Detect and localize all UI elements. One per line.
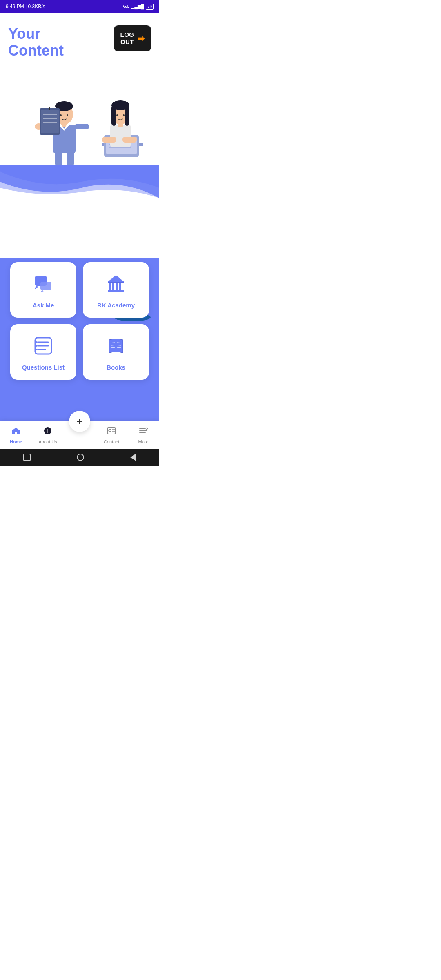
svg-rect-61 [116, 283, 118, 291]
svg-rect-59 [109, 283, 111, 291]
android-back-button[interactable] [130, 454, 136, 461]
home-icon [11, 426, 20, 438]
book-icon [106, 336, 126, 359]
chat-icon [33, 274, 53, 297]
ask-me-card[interactable]: Ask Me [10, 262, 76, 318]
nav-about-us-label: About Us [38, 439, 57, 444]
network-indicator: VoLTE [123, 3, 129, 10]
svg-point-32 [116, 114, 118, 116]
logout-icon: ➡ [138, 33, 145, 43]
books-card[interactable]: Books [83, 324, 149, 380]
svg-text:VoLTE: VoLTE [123, 4, 129, 9]
main-content: Your Content LOGOUT ➡ [0, 13, 159, 258]
status-time: 9:49 PM | 0.3KB/s [6, 4, 45, 9]
fab-container: + [69, 411, 90, 432]
books-label: Books [107, 364, 125, 371]
svg-rect-31 [125, 105, 129, 126]
svg-line-74 [111, 345, 115, 345]
svg-rect-25 [110, 125, 131, 147]
svg-point-70 [36, 345, 38, 347]
android-nav-bar [0, 449, 159, 466]
svg-point-6 [60, 114, 62, 116]
svg-point-69 [36, 341, 38, 343]
android-home-button[interactable] [23, 454, 31, 461]
wave-divider [0, 165, 159, 198]
nav-about-us[interactable]: i About Us [32, 426, 64, 444]
svg-line-75 [111, 347, 115, 348]
purple-section: Ask Me RK Academy [0, 258, 159, 421]
svg-line-73 [111, 343, 115, 343]
page-title: Your Content [8, 25, 64, 59]
svg-rect-30 [111, 105, 116, 126]
logout-button[interactable]: LOGOUT ➡ [114, 25, 151, 51]
info-icon: i [43, 426, 52, 438]
questions-list-card[interactable]: Questions List [10, 324, 76, 380]
svg-point-71 [36, 349, 38, 350]
svg-point-33 [123, 114, 125, 116]
fab-button[interactable]: + [69, 411, 90, 432]
questions-list-label: Questions List [22, 364, 65, 371]
status-bar: 9:49 PM | 0.3KB/s VoLTE ▂▄▆█ 79 [0, 0, 159, 13]
nav-home-label: Home [10, 439, 22, 444]
signal-bars: ▂▄▆█ [131, 4, 144, 9]
nav-more-label: More [138, 439, 148, 444]
list-icon [33, 336, 53, 359]
fab-icon: + [76, 415, 83, 428]
svg-text:i: i [47, 428, 48, 434]
logout-label: LOGOUT [120, 31, 134, 46]
svg-point-82 [109, 429, 111, 432]
nav-contact[interactable]: Contact [96, 426, 127, 444]
nav-home[interactable]: Home [0, 426, 32, 444]
rk-academy-label: RK Academy [97, 302, 135, 309]
rk-academy-card[interactable]: RK Academy [83, 262, 149, 318]
battery-level: 79 [146, 4, 154, 10]
svg-rect-62 [119, 283, 121, 291]
nav-contact-label: Contact [104, 439, 119, 444]
svg-rect-2 [55, 151, 62, 165]
svg-rect-14 [41, 110, 59, 133]
menu-grid: Ask Me RK Academy [10, 262, 149, 380]
svg-rect-64 [108, 282, 124, 283]
bottom-nav: + Home i About Us [0, 421, 159, 449]
svg-line-76 [117, 343, 121, 343]
hero-illustration [0, 67, 159, 165]
svg-rect-11 [75, 124, 89, 129]
android-recents-button[interactable] [77, 454, 84, 461]
ask-me-label: Ask Me [33, 302, 54, 309]
svg-marker-63 [108, 275, 124, 282]
svg-rect-27 [122, 137, 137, 143]
nav-more[interactable]: More [127, 426, 159, 444]
svg-point-7 [67, 114, 68, 116]
svg-rect-60 [112, 283, 114, 291]
svg-rect-34 [118, 122, 123, 127]
contact-icon [107, 426, 116, 438]
svg-line-77 [117, 345, 121, 345]
more-icon [139, 426, 148, 438]
svg-line-78 [117, 347, 121, 348]
status-right: VoLTE ▂▄▆█ 79 [123, 3, 154, 10]
svg-rect-26 [102, 137, 116, 143]
bank-icon [106, 274, 126, 297]
svg-rect-57 [40, 282, 51, 290]
svg-rect-3 [67, 151, 74, 165]
header: Your Content LOGOUT ➡ [0, 13, 159, 67]
